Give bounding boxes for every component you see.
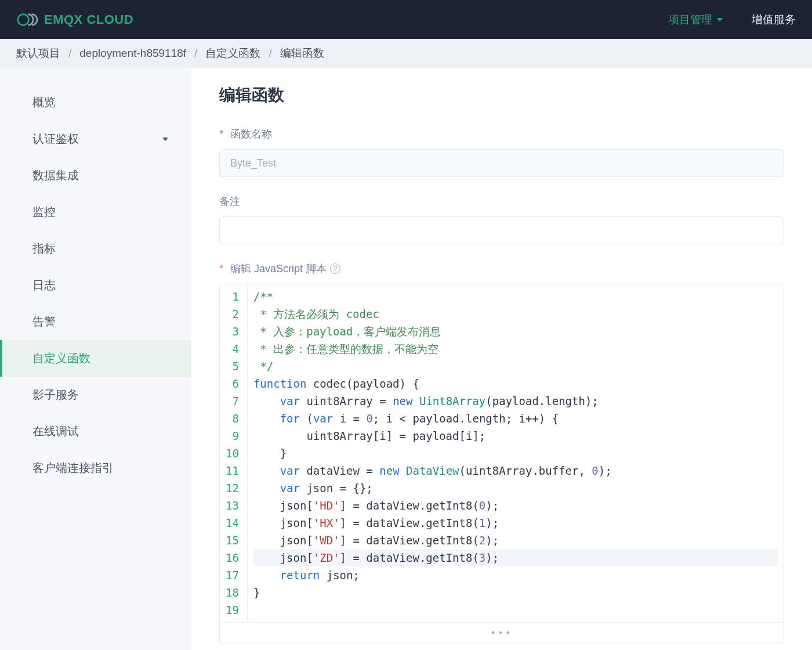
breadcrumb-item: 编辑函数 xyxy=(280,46,324,61)
sidebar-item[interactable]: 客户端连接指引 xyxy=(0,450,191,486)
line-number: 9 xyxy=(226,427,239,445)
code-line[interactable]: for (var i = 0; i < payload.length; i++)… xyxy=(253,410,778,427)
code-line[interactable]: } xyxy=(253,445,778,462)
line-number: 13 xyxy=(226,497,239,514)
header-right: 项目管理 增值服务 xyxy=(668,12,796,27)
code-line[interactable]: } xyxy=(253,584,778,601)
line-number: 11 xyxy=(226,462,239,479)
nav-project-management[interactable]: 项目管理 xyxy=(668,12,723,27)
code-line[interactable]: json['WD'] = dataView.getInt8(2); xyxy=(253,532,778,549)
logo-icon xyxy=(16,12,39,28)
sidebar: 概览认证鉴权数据集成监控指标日志告警自定义函数影子服务在线调试客户端连接指引 xyxy=(0,68,191,650)
breadcrumb-item[interactable]: 默认项目 xyxy=(16,46,60,61)
line-number: 2 xyxy=(226,305,239,323)
sidebar-item[interactable]: 数据集成 xyxy=(0,157,191,194)
line-number: 8 xyxy=(226,410,239,427)
line-number: 15 xyxy=(226,532,239,549)
script-label: 编辑 JavaScript 脚本 ? xyxy=(219,262,784,276)
code-editor[interactable]: 12345678910111213141516171819 /** * 方法名必… xyxy=(219,284,784,644)
sidebar-item[interactable]: 影子服务 xyxy=(0,377,191,413)
code-line[interactable]: /** xyxy=(253,288,778,305)
header: EMQX CLOUD 项目管理 增值服务 xyxy=(0,0,812,39)
nav-project-label: 项目管理 xyxy=(668,12,712,27)
sidebar-item[interactable]: 日志 xyxy=(0,267,191,304)
logo[interactable]: EMQX CLOUD xyxy=(16,12,133,28)
line-number: 14 xyxy=(226,514,239,532)
sidebar-item[interactable]: 认证鉴权 xyxy=(0,121,191,157)
line-number: 4 xyxy=(226,340,239,358)
sidebar-item[interactable]: 指标 xyxy=(0,230,191,267)
remark-label: 备注 xyxy=(219,194,784,208)
code-line[interactable]: * 出参：任意类型的数据，不能为空 xyxy=(253,340,778,358)
line-number: 17 xyxy=(226,566,239,584)
code-line[interactable]: * 方法名必须为 codec xyxy=(253,305,778,323)
editor-gutter: 12345678910111213141516171819 xyxy=(220,284,248,622)
page-title: 编辑函数 xyxy=(219,84,784,106)
function-name-input[interactable] xyxy=(219,149,784,177)
brand-text: EMQX CLOUD xyxy=(44,12,133,27)
breadcrumb-separator: / xyxy=(269,47,271,60)
code-line[interactable]: * 入参：payload，客户端发布消息 xyxy=(253,323,778,340)
line-number: 1 xyxy=(226,288,239,305)
line-number: 7 xyxy=(226,392,239,410)
help-icon[interactable]: ? xyxy=(330,263,340,274)
sidebar-item[interactable]: 告警 xyxy=(0,304,191,340)
breadcrumb-separator: / xyxy=(68,47,71,60)
sidebar-item[interactable]: 监控 xyxy=(0,194,191,230)
sidebar-item[interactable]: 概览 xyxy=(0,84,191,121)
main-content: 编辑函数 函数名称 备注 编辑 JavaScript 脚本 ? 12345678… xyxy=(191,68,812,650)
line-number: 3 xyxy=(226,323,239,340)
code-line[interactable]: json['HD'] = dataView.getInt8(0); xyxy=(253,497,778,514)
code-line[interactable]: function codec(payload) { xyxy=(253,375,778,392)
line-number: 18 xyxy=(226,584,239,601)
breadcrumb: 默认项目/deployment-h859118f/自定义函数/编辑函数 xyxy=(0,39,812,68)
svg-point-0 xyxy=(18,14,29,25)
line-number: 10 xyxy=(226,445,239,462)
line-number: 16 xyxy=(226,549,239,566)
code-line[interactable]: var uint8Array = new Uint8Array(payload.… xyxy=(253,392,778,410)
editor-code[interactable]: /** * 方法名必须为 codec * 入参：payload，客户端发布消息 … xyxy=(248,284,784,622)
function-name-label: 函数名称 xyxy=(219,127,784,141)
code-line[interactable]: */ xyxy=(253,358,778,375)
line-number: 12 xyxy=(226,479,239,497)
code-line[interactable]: json['HX'] = dataView.getInt8(1); xyxy=(253,514,778,532)
code-line[interactable]: var dataView = new DataView(uint8Array.b… xyxy=(253,462,778,479)
breadcrumb-item[interactable]: 自定义函数 xyxy=(205,46,260,61)
remark-input[interactable] xyxy=(219,216,784,244)
nav-value-added-services[interactable]: 增值服务 xyxy=(752,12,796,27)
chevron-down-icon xyxy=(717,18,723,21)
breadcrumb-item[interactable]: deployment-h859118f xyxy=(79,47,186,60)
code-line[interactable]: json['ZD'] = dataView.getInt8(3); xyxy=(253,549,778,566)
line-number: 6 xyxy=(226,375,239,392)
line-number: 5 xyxy=(226,358,239,375)
sidebar-item[interactable]: 自定义函数 xyxy=(0,340,191,377)
code-line[interactable]: var json = {}; xyxy=(253,479,778,497)
header-left: EMQX CLOUD xyxy=(16,12,133,28)
breadcrumb-separator: / xyxy=(194,47,197,60)
code-line[interactable]: return json; xyxy=(253,566,778,584)
code-line[interactable] xyxy=(253,601,778,619)
sidebar-item[interactable]: 在线调试 xyxy=(0,413,191,450)
editor-resize-handle[interactable]: ••• xyxy=(220,622,784,644)
script-label-text: 编辑 JavaScript 脚本 xyxy=(230,262,327,276)
line-number: 19 xyxy=(226,601,239,619)
code-line[interactable]: uint8Array[i] = payload[i]; xyxy=(253,427,778,445)
